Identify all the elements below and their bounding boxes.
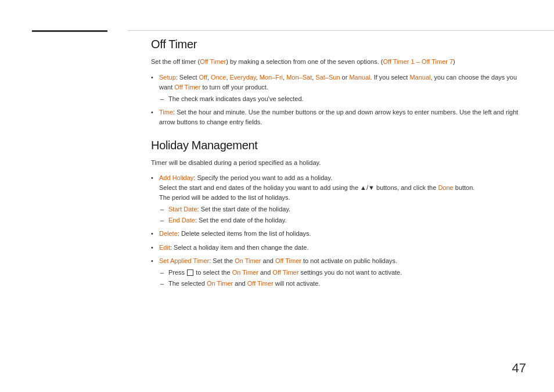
bullet-time: Time: Set the hour and minute. Use the n… — [151, 107, 525, 127]
sidebar-bar — [32, 30, 107, 32]
off-timer-ref1: Off Timer — [275, 257, 301, 264]
end-date-item: End Date: Set the end date of the holida… — [159, 215, 525, 225]
setup-satsun: Sat–Sun — [315, 74, 340, 81]
end-date-label: End Date — [168, 217, 195, 224]
on-timer-ref1: On Timer — [235, 257, 261, 264]
off-timer-ref2: Off Timer — [272, 269, 298, 276]
setup-once: Once — [211, 74, 226, 81]
start-date-label: Start Date — [168, 206, 197, 213]
set-applied-timer-label: Set Applied Timer — [159, 257, 209, 264]
page-container: Off Timer Set the off timer (Off Timer) … — [0, 0, 554, 392]
bullet-add-holiday: Add Holiday: Specify the period you want… — [151, 173, 525, 225]
delete-label: Delete — [159, 230, 178, 237]
holiday-section: Holiday Management Timer will be disable… — [151, 139, 525, 289]
applied-timer-subitem-1: Press to select the On Timer and Off Tim… — [159, 268, 525, 278]
off-timer-ref3: Off Timer — [247, 280, 274, 287]
setup-everyday: Everyday — [230, 74, 256, 81]
setup-subitem-1: The check mark indicates days you've sel… — [159, 94, 525, 104]
off-timer-title: Off Timer — [151, 38, 525, 51]
start-date-item: Start Date: Set the start date of the ho… — [159, 204, 525, 214]
main-content: Off Timer Set the off timer (Off Timer) … — [128, 0, 554, 392]
time-label: Time — [159, 109, 173, 116]
off-timer-label-orange: Off Timer — [200, 58, 226, 65]
setup-off: Off — [199, 74, 207, 81]
bullet-delete: Delete: Delete selected items from the l… — [151, 229, 525, 239]
off-timer-section: Off Timer Set the off timer (Off Timer) … — [151, 38, 525, 127]
on-timer-ref2: On Timer — [232, 269, 258, 276]
off-timer-range-orange: Off Timer 1 – Off Timer 7 — [383, 58, 453, 65]
setup-offtimer: Off Timer — [174, 84, 200, 91]
setup-monsat: Mon–Sat — [286, 74, 312, 81]
off-timer-intro: Set the off timer (Off Timer) by making … — [151, 57, 525, 67]
done-label: Done — [438, 184, 453, 191]
holiday-intro: Timer will be disabled during a period s… — [151, 158, 525, 168]
setup-monfri: Mon–Fri — [260, 74, 283, 81]
bullet-set-applied-timer: Set Applied Timer: Set the On Timer and … — [151, 256, 525, 289]
edit-label: Edit — [159, 244, 170, 251]
sidebar — [0, 0, 128, 392]
applied-timer-sublist: Press to select the On Timer and Off Tim… — [159, 268, 525, 289]
holiday-title: Holiday Management — [151, 139, 525, 152]
select-button-icon — [187, 269, 193, 276]
off-timer-bullet-list: Setup: Select Off, Once, Everyday, Mon–F… — [151, 73, 525, 127]
bullet-setup: Setup: Select Off, Once, Everyday, Mon–F… — [151, 73, 525, 104]
on-timer-ref3: On Timer — [207, 280, 233, 287]
setup-label: Setup — [159, 74, 176, 81]
applied-timer-subitem-2: The selected On Timer and Off Timer will… — [159, 279, 525, 289]
holiday-bullet-list: Add Holiday: Specify the period you want… — [151, 173, 525, 288]
holiday-sublist: Start Date: Set the start date of the ho… — [159, 204, 525, 225]
add-holiday-label: Add Holiday — [159, 174, 193, 181]
setup-sublist: The check mark indicates days you've sel… — [159, 94, 525, 104]
setup-manual2: Manual — [409, 74, 430, 81]
page-number: 47 — [512, 361, 526, 376]
bullet-edit: Edit: Select a holiday item and then cha… — [151, 243, 525, 253]
setup-manual: Manual — [349, 74, 370, 81]
